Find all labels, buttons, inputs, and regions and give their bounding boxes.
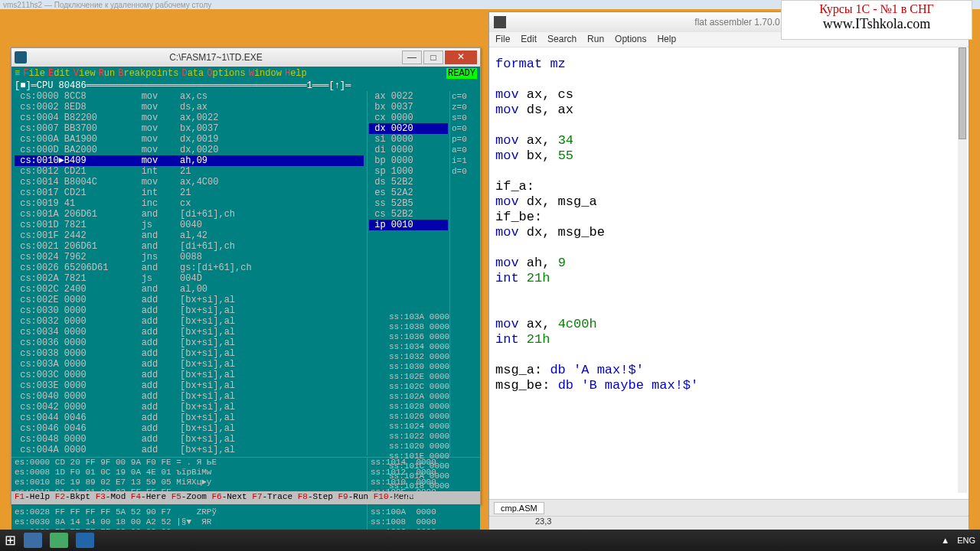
disasm-line[interactable]: cs:002E 0000 add [bx+si],al (15, 295, 364, 305)
disasm-line[interactable]: cs:000D BA2000 mov dx,0020 (15, 145, 364, 155)
td-titlebar[interactable]: C:\FASM17~1\TD.EXE — □ ✕ (11, 48, 480, 67)
code-line[interactable]: mov ax, 4c00h (495, 317, 962, 332)
td-menu-item[interactable]: Options (207, 68, 245, 79)
disasm-line[interactable]: cs:0024 7962 jns 0088 (15, 252, 364, 262)
stack-line[interactable]: ss:1030 0000 (389, 362, 472, 372)
code-line[interactable]: mov ax, 34 (495, 133, 962, 148)
disasm-line[interactable]: cs:0036 0000 add [bx+si],al (15, 337, 364, 348)
code-line[interactable] (495, 164, 962, 179)
dump-stack-line[interactable]: ss:100A 0000 (371, 507, 459, 517)
td-menu-item[interactable]: Data (181, 68, 204, 79)
stack-line[interactable]: ss:101A 0000 (389, 471, 472, 481)
dump-line[interactable]: es:0030 8A 14 14 00 18 00 A2 52 |§▼ ЯR (15, 517, 367, 527)
td-menu-item[interactable]: Window (249, 68, 282, 79)
disasm-line[interactable]: cs:0046 0046 add [bx+si],al (15, 423, 364, 434)
fasm-menu-item[interactable]: Edit (521, 34, 537, 45)
taskbar-icon[interactable] (50, 533, 68, 548)
code-line[interactable]: mov dx, msg_a (495, 194, 962, 210)
scroll-thumb[interactable] (959, 47, 966, 139)
register-line[interactable]: es 52A2 (369, 187, 448, 198)
code-line[interactable]: format mz (495, 57, 962, 72)
taskbar[interactable]: ⊞ ▲ ENG (0, 530, 980, 551)
close-button[interactable]: ✕ (445, 51, 477, 64)
register-line[interactable]: dx 0020 (369, 123, 448, 134)
code-line[interactable] (495, 118, 962, 133)
register-line[interactable]: ax 0022 (369, 91, 448, 102)
disasm-line[interactable]: cs:0026 65206D61 and gs:[di+61],ch (15, 262, 364, 273)
dump-line[interactable]: es:0010 8C 19 89 02 E7 13 59 05 МiЯХц►у (15, 478, 367, 487)
disasm-line[interactable]: cs:0019 41 inc cx (15, 198, 364, 209)
disasm-line[interactable]: cs:0048 0000 add [bx+si],al (15, 434, 364, 445)
td-menu-item[interactable]: Help (285, 68, 307, 79)
td-menu-item[interactable]: Run (99, 68, 116, 79)
taskbar-icon[interactable] (76, 533, 94, 548)
stack-line[interactable]: ss:1026 0000 (389, 412, 472, 422)
stack-line[interactable]: ss:1032 0000 (389, 352, 472, 362)
td-menu-item[interactable]: ≡ (15, 68, 20, 79)
code-line[interactable]: if_be: (495, 210, 962, 225)
register-line[interactable]: bp 0000 (369, 155, 448, 166)
lang-indicator[interactable]: ENG (957, 536, 975, 545)
code-line[interactable]: int 21h (495, 332, 962, 347)
fasm-menu-item[interactable]: Search (547, 34, 577, 45)
stack-line[interactable]: ss:101E 0000 (389, 452, 472, 461)
disasm-line[interactable]: cs:0002 8ED8 mov ds,ax (15, 102, 364, 112)
disasm-line[interactable]: cs:0012 CD21 int 21 (15, 166, 364, 177)
register-line[interactable]: di 0000 (369, 145, 448, 155)
code-line[interactable]: int 21h (495, 271, 962, 286)
td-menu-item[interactable]: File (23, 68, 45, 79)
disasm-line[interactable]: cs:0021 206D61 and [di+61],ch (15, 241, 364, 252)
code-line[interactable]: mov ax, cs (495, 87, 962, 103)
disasm-line[interactable]: cs:004A 0000 add [bx+si],al (15, 445, 364, 455)
stack-line[interactable]: ss:1016 0000 (389, 491, 472, 501)
stack-line[interactable]: ss:1020 0000 (389, 442, 472, 452)
register-line[interactable]: ds 52B2 (369, 177, 448, 187)
code-line[interactable]: msg_a: db 'A max!$' (495, 363, 962, 378)
disasm-line[interactable]: cs:0017 CD21 int 21 (15, 187, 364, 198)
fasm-tabs[interactable]: cmp.ASM (489, 499, 969, 516)
td-menu-item[interactable]: View (74, 68, 96, 79)
register-line[interactable]: cx 0000 (369, 112, 448, 123)
code-line[interactable]: mov bx, 55 (495, 148, 962, 164)
register-line[interactable]: ss 52B5 (369, 198, 448, 209)
fasm-menu-item[interactable]: Help (657, 34, 676, 45)
disasm-line[interactable]: cs:003E 0000 add [bx+si],al (15, 380, 364, 391)
disassembly-panel[interactable]: cs:0000 8CC8 mov ax,cs cs:0002 8ED8 mov … (11, 91, 367, 455)
code-line[interactable] (495, 72, 962, 87)
register-line[interactable]: cs 52B2 (369, 209, 448, 220)
code-line[interactable] (495, 286, 962, 302)
stack-line[interactable]: ss:1024 0000 (389, 422, 472, 432)
disasm-line[interactable]: cs:0004 B82200 mov ax,0022 (15, 112, 364, 123)
code-line[interactable]: mov dx, msg_be (495, 225, 962, 240)
disasm-line[interactable]: cs:003C 0000 add [bx+si],al (15, 370, 364, 380)
disasm-line[interactable]: cs:002A 7821 js 004D (15, 273, 364, 284)
register-line[interactable]: bx 0037 (369, 102, 448, 112)
register-line[interactable]: si 0000 (369, 134, 448, 145)
code-line[interactable]: mov ah, 9 (495, 256, 962, 271)
disasm-line[interactable]: cs:0042 0000 add [bx+si],al (15, 402, 364, 412)
code-line[interactable] (495, 302, 962, 317)
disasm-line[interactable]: cs:0010►B409 mov ah,09 (15, 155, 364, 166)
disasm-line[interactable]: cs:0034 0000 add [bx+si],al (15, 327, 364, 337)
tab-cmp-asm[interactable]: cmp.ASM (494, 502, 544, 514)
fasm-menu-item[interactable]: Run (587, 34, 604, 45)
stack-line[interactable]: ss:102A 0000 (389, 392, 472, 402)
stack-line[interactable]: ss:1022 0000 (389, 432, 472, 442)
stack-line[interactable]: ss:1034 0000 (389, 342, 472, 352)
dump-line[interactable]: es:0000 CD 20 FF 9F 00 9A F0 FE = . Я ЬЕ (15, 458, 367, 468)
fasm-editor[interactable]: format mz mov ax, csmov ds, ax mov ax, 3… (489, 47, 969, 499)
stack-line[interactable]: ss:103A 0000 (389, 312, 472, 322)
disasm-line[interactable]: cs:0040 0000 add [bx+si],al (15, 391, 364, 402)
register-line[interactable]: ip 0010 (369, 220, 448, 230)
disasm-line[interactable]: cs:001A 206D61 and [di+61],ch (15, 209, 364, 220)
stack-line[interactable]: ss:1036 0000 (389, 332, 472, 342)
td-menu-item[interactable]: Breakpoints (118, 68, 178, 79)
disasm-line[interactable]: cs:0000 8CC8 mov ax,cs (15, 91, 364, 102)
maximize-button[interactable]: □ (423, 51, 443, 64)
fasm-menu-item[interactable]: File (495, 34, 510, 45)
disasm-line[interactable]: cs:0007 BB3700 mov bx,0037 (15, 123, 364, 134)
dump-stack-line[interactable]: ss:1008 0000 (371, 517, 459, 527)
disasm-line[interactable]: cs:002C 2400 and al,00 (15, 284, 364, 295)
disasm-line[interactable]: cs:003A 0000 add [bx+si],al (15, 359, 364, 370)
scrollbar[interactable] (958, 46, 967, 493)
